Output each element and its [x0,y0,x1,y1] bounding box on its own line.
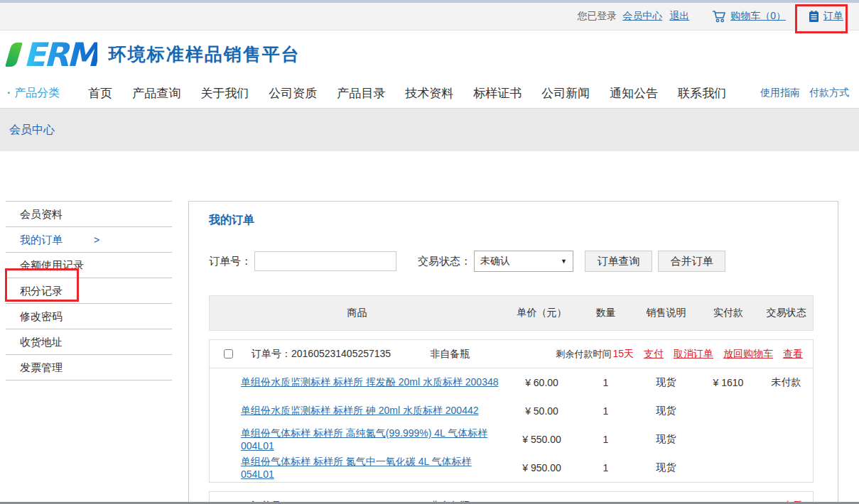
quantity: 1 [579,462,632,473]
nav-item-product-catalog[interactable]: 产品目录 [337,85,385,102]
main-nav: 产品分类 首页 产品查询 关于我们 公司资质 产品目录 技术资料 标样证书 公司… [0,78,859,108]
status-label: 交易状态： [418,255,471,268]
sales-note: 现货 [632,376,700,389]
status-select-value: 未确认 [480,255,510,268]
logo[interactable]: ERM 环境标准样品销售平台 [9,38,301,71]
return-to-cart-link[interactable]: 放回购物车 [723,348,773,361]
utility-bar: 您已登录 会员中心 退出 购物车（0） 订单 [0,3,859,31]
content-area: 会员资料 我的订单 > 余额使用记录 积分记录 修改密码 收货地址 发票管理 我… [0,201,859,504]
sidebar-item-profile[interactable]: 会员资料 [6,202,172,227]
sidebar-item-points-records[interactable]: 积分记录 [6,278,172,304]
product-link[interactable]: 单组份水质监测标样 标样所 砷 20ml 水质标样 200442 [241,405,479,416]
column-header-sales-note: 销售说明 [632,307,700,319]
breadcrumb: 会员中心 [9,123,55,138]
order-item-row: 单组份水质监测标样 标样所 挥发酚 20ml 水质标样 200348 ¥ 60.… [210,368,813,397]
user-guide-link[interactable]: 使用指南 [760,87,800,99]
sales-note: 现货 [632,405,700,417]
member-sidebar: 会员资料 我的订单 > 余额使用记录 积分记录 修改密码 收货地址 发票管理 [6,201,172,380]
logo-text: ERM [23,38,97,71]
unit-price: ¥ 50.00 [504,405,579,417]
payment-methods-link[interactable]: 付款方式 [809,87,849,99]
order-item-row: 单组份气体标样 标样所 高纯氮气(99.999%) 4L 气体标样 004L01… [210,425,813,454]
site-title: 环境标准样品销售平台 [109,43,301,66]
order-filter-bar: 订单号： 交易状态： 未确认 ▼ 订单查询 合并订单 [209,251,814,272]
page-title: 我的订单 [209,213,814,228]
order-item-row: 单组份气体标样 标样所 氮气中一氧化碳 4L 气体标样 054L01 ¥ 950… [210,454,813,482]
order-block: 订单号：201605231405257135 非自备瓶 剩余付款时间 15天 支… [209,339,814,483]
sidebar-item-label: 余额使用记录 [20,253,84,278]
unit-price: ¥ 950.00 [504,462,579,473]
logout-link[interactable]: 退出 [669,10,689,23]
remaining-days: 15天 [612,348,634,361]
order-search-button[interactable]: 订单查询 [585,251,652,272]
sidebar-item-label: 修改密码 [20,304,63,329]
sidebar-item-balance-records[interactable]: 余额使用记录 [6,253,172,278]
cart-link[interactable]: 购物车（0） [730,10,786,23]
sidebar-item-label: 收货地址 [20,329,63,355]
nav-item-announcements[interactable]: 通知公告 [610,85,658,102]
column-header-product: 商品 [210,307,504,319]
nav-item-company-news[interactable]: 公司新闻 [541,85,590,102]
column-header-transaction-status: 交易状态 [757,307,816,319]
nav-right-links: 使用指南 付款方式 [760,87,849,99]
merge-orders-button[interactable]: 合并订单 [658,251,725,272]
member-center-link[interactable]: 会员中心 [622,10,662,23]
quantity: 1 [579,434,632,445]
chevron-down-icon: ▼ [561,258,567,265]
orders-table-header: 商品 单价（元） 数量 销售说明 实付款 交易状态 [209,295,814,331]
nav-item-contact-us[interactable]: 联系我们 [678,85,726,102]
sidebar-item-label: 会员资料 [20,202,63,227]
nav-item-home[interactable]: 首页 [88,85,112,102]
sidebar-item-label: 积分记录 [20,278,63,304]
quantity: 1 [579,405,632,417]
quantity: 1 [579,377,632,388]
nav-item-about-us[interactable]: 关于我们 [200,85,249,102]
sidebar-item-shipping-address[interactable]: 收货地址 [6,329,172,355]
column-header-unit-price: 单价（元） [504,307,579,319]
nav-item-technical-materials[interactable]: 技术资料 [405,85,453,102]
unit-price: ¥ 60.00 [504,377,579,388]
pay-link[interactable]: 支付 [644,348,664,361]
sidebar-item-change-password[interactable]: 修改密码 [6,304,172,329]
order-header-row: 订单号：201605231405257135 非自备瓶 剩余付款时间 15天 支… [210,340,813,368]
sales-note: 现货 [632,461,700,474]
nav-items: 首页 产品查询 关于我们 公司资质 产品目录 技术资料 标样证书 公司新闻 通知… [88,85,726,102]
orders-link[interactable]: 订单 [823,10,843,23]
orders-group: 订单 [809,10,843,23]
order-select-checkbox[interactable] [224,349,233,358]
remaining-payment-time-label: 剩余付款时间 [556,348,611,361]
cart-icon [712,10,726,23]
cancel-order-link[interactable]: 取消订单 [674,348,713,361]
logo-leaf-icon [5,43,23,67]
order-item-row: 单组份水质监测标样 标样所 砷 20ml 水质标样 200442 ¥ 50.00… [210,397,813,425]
order-items: 单组份水质监测标样 标样所 挥发酚 20ml 水质标样 200348 ¥ 60.… [210,368,813,482]
orders-icon [809,11,819,23]
sales-note: 现货 [632,433,700,446]
order-number-label: 订单号： [252,348,291,359]
status-select[interactable]: 未确认 ▼ [474,251,573,272]
sidebar-item-label: 发票管理 [20,355,63,380]
transaction-status: 未付款 [757,376,816,389]
order-no-label: 订单号： [209,255,252,268]
order-number-value: 201605231405257135 [291,348,391,359]
product-link[interactable]: 单组份气体标样 标样所 高纯氮气(99.999%) 4L 气体标样 004L01 [241,427,487,451]
sidebar-item-invoice-management[interactable]: 发票管理 [6,355,172,380]
cart-group: 购物车（0） [712,10,786,23]
paid-amount: ¥ 1610 [700,377,757,388]
nav-item-sample-certificates[interactable]: 标样证书 [473,85,522,102]
nav-item-company-qualifications[interactable]: 公司资质 [269,85,317,102]
order-no-input[interactable] [254,251,396,271]
login-status-text: 您已登录 [577,10,617,23]
breadcrumb-bar: 会员中心 [0,108,859,151]
nav-category-product-categories[interactable]: 产品分类 [7,86,60,101]
sidebar-item-my-orders[interactable]: 我的订单 > [6,227,172,253]
view-order-link[interactable]: 查看 [783,348,803,361]
product-link[interactable]: 单组份气体标样 标样所 氮气中一氧化碳 4L 气体标样 054L01 [241,456,472,480]
header: ERM 环境标准样品销售平台 [0,31,859,78]
bottle-type-label: 非自备瓶 [430,348,470,361]
column-header-quantity: 数量 [579,307,632,319]
sidebar-item-label: 我的订单 [20,227,63,253]
nav-item-product-search[interactable]: 产品查询 [132,85,180,102]
product-link[interactable]: 单组份水质监测标样 标样所 挥发酚 20ml 水质标样 200348 [241,376,499,388]
order-actions: 剩余付款时间 15天 支付 取消订单 放回购物车 查看 [556,348,803,361]
